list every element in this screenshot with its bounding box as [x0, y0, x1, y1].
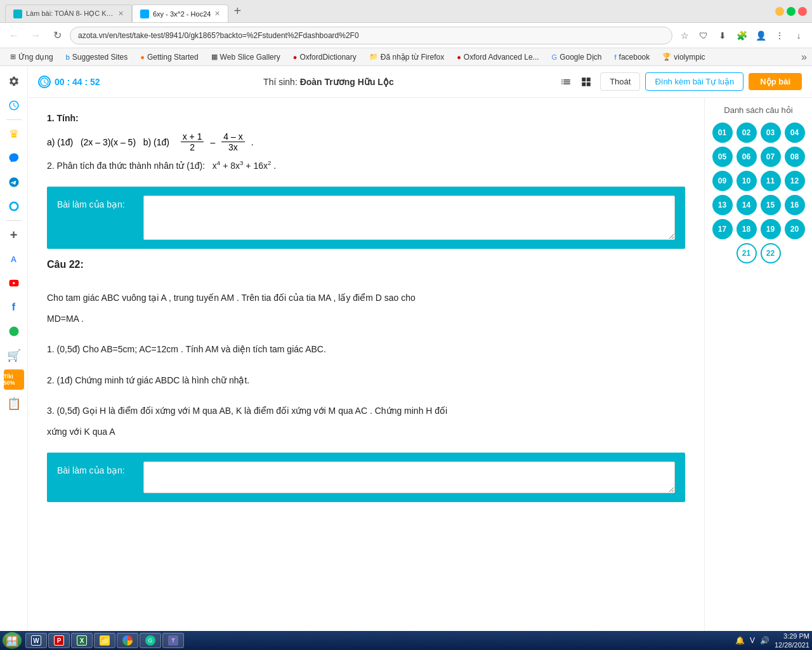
q-num-02[interactable]: 02 — [737, 123, 757, 143]
taskbar-app-excel[interactable]: X — [71, 633, 93, 648]
sidebar-coupon-icon[interactable]: Tiki 50% — [4, 369, 24, 390]
sidebar-youtube-icon[interactable] — [4, 273, 24, 293]
tray-notification: 🔔 — [735, 636, 745, 645]
bookmark-firefox[interactable]: 📁 Đã nhập từ Firefox — [364, 51, 449, 63]
nop-bai-button[interactable]: Nộp bài — [749, 73, 802, 90]
bookmark-violympic[interactable]: 🏆 violympic — [657, 51, 710, 63]
q-num-20[interactable]: 20 — [785, 219, 805, 239]
q-num-10[interactable]: 10 — [737, 171, 757, 191]
q-num-04[interactable]: 04 — [785, 123, 805, 143]
taskbar-app-word[interactable]: W — [25, 633, 47, 648]
list-view-button[interactable] — [557, 73, 575, 91]
tab-2[interactable]: 6xy - 3x^2 - Hoc24 ✕ — [132, 4, 228, 22]
refresh-button[interactable]: ↻ — [48, 27, 66, 44]
coccoc-download[interactable]: ↓ — [790, 27, 807, 44]
profile-icon[interactable]: 👤 — [752, 27, 769, 44]
bookmarks-more[interactable]: » — [801, 51, 807, 63]
bookmark-suggested[interactable]: b Suggested Sites — [61, 51, 133, 63]
sidebar-add-icon[interactable]: + — [4, 225, 24, 245]
sidebar-settings-icon[interactable] — [4, 71, 24, 91]
bookmark-suggested-label: Suggested Sites — [72, 53, 128, 62]
q-num-18[interactable]: 18 — [737, 219, 757, 239]
forward-button[interactable]: → — [27, 27, 44, 44]
back-button[interactable]: ← — [5, 27, 23, 44]
extensions-icon[interactable]: 🧩 — [733, 27, 750, 44]
tab2-close[interactable]: ✕ — [214, 10, 220, 18]
bookmark-oxford-adv[interactable]: ● Oxford Advanced Le... — [452, 51, 544, 63]
taskbar-app-grammarly[interactable]: G — [140, 633, 161, 648]
shield-icon[interactable]: 🛡 — [695, 27, 712, 44]
tab-1[interactable]: Làm bài: TOÁN 8- HỌC Kì 1- ✕ — [5, 4, 132, 22]
q-num-03[interactable]: 03 — [761, 123, 781, 143]
sidebar-skype-icon[interactable] — [4, 196, 24, 216]
q-num-11[interactable]: 11 — [761, 171, 781, 191]
fraction-x1: x + 1 2 — [181, 131, 204, 152]
taskbar-app-powerpoint[interactable]: P — [48, 633, 70, 648]
q-num-05[interactable]: 05 — [712, 147, 733, 167]
answer-label-1: Bài làm của bạn: — [57, 196, 133, 209]
facebook-icon: f — [615, 53, 617, 61]
close-button[interactable] — [798, 7, 807, 16]
sidebar-shop-icon[interactable]: 🛒 — [4, 345, 24, 366]
taskbar-app-teams[interactable]: T — [162, 633, 184, 648]
q-num-08[interactable]: 08 — [785, 147, 805, 167]
address-bar[interactable]: azota.vn/en/test/take-test/8941/0/gk1865… — [70, 27, 672, 44]
q-num-15[interactable]: 15 — [761, 195, 781, 215]
tab1-close[interactable]: ✕ — [118, 10, 124, 18]
q-num-22[interactable]: 22 — [761, 243, 781, 263]
maximize-button[interactable] — [787, 7, 796, 16]
cau22-line4: 2. (1đ) Chứng minh tứ giác ABDC là hình … — [47, 373, 685, 388]
dinh-kem-button[interactable]: Đính kèm bài Tự luận — [645, 72, 743, 91]
bookmark-apps[interactable]: ⊞ Ứng dụng — [5, 51, 58, 63]
panel-title: Danh sách câu hỏi — [710, 105, 807, 115]
answer-textarea-1[interactable] — [143, 196, 675, 240]
q-num-07[interactable]: 07 — [761, 147, 781, 167]
q-num-21[interactable]: 21 — [737, 243, 757, 263]
q-num-17[interactable]: 17 — [712, 219, 733, 239]
bookmark-violympic-label: violympic — [674, 53, 705, 62]
bookmark-star[interactable]: ☆ — [676, 27, 693, 44]
getting-started-icon: ● — [140, 53, 145, 61]
more-options[interactable]: ⋮ — [771, 27, 788, 44]
q-num-14[interactable]: 14 — [737, 195, 757, 215]
q-num-06[interactable]: 06 — [737, 147, 757, 167]
q1-part-b: 2. Phân tích đa thức thành nhân tử (1đ):… — [47, 157, 685, 174]
sidebar-translate-icon[interactable]: A — [4, 249, 24, 269]
q-num-12[interactable]: 12 — [785, 171, 805, 191]
bookmark-facebook[interactable]: f facebook — [610, 51, 655, 63]
clock-time: 3:29 PM — [775, 632, 809, 640]
bookmark-getting-started[interactable]: ● Getting Started — [135, 51, 203, 63]
bookmark-oxford[interactable]: ● OxfordDictionary — [288, 51, 362, 63]
taskbar-app-folder[interactable]: 📁 — [94, 633, 115, 648]
google-dich-icon: G — [552, 53, 558, 61]
bookmark-web-slice[interactable]: ▦ Web Slice Gallery — [206, 51, 285, 63]
bookmark-google-dich-label: Google Dịch — [560, 53, 601, 62]
sidebar-telegram-icon[interactable] — [4, 172, 24, 192]
sidebar-checklist-icon[interactable]: 📋 — [4, 394, 24, 414]
q-num-19[interactable]: 19 — [761, 219, 781, 239]
grid-view-button[interactable] — [577, 73, 595, 91]
answer-textarea-2[interactable] — [143, 461, 675, 493]
bookmark-web-slice-label: Web Slice Gallery — [220, 53, 280, 62]
start-button[interactable]: 🪟 — [3, 632, 22, 649]
sidebar-facebook-messenger-icon[interactable] — [4, 148, 24, 168]
q-num-13[interactable]: 13 — [712, 195, 733, 215]
minimize-button[interactable] — [775, 7, 784, 16]
new-tab-button[interactable]: + — [228, 4, 246, 18]
q-num-16[interactable]: 16 — [785, 195, 805, 215]
q-num-09[interactable]: 09 — [712, 171, 733, 191]
sidebar-spotify-icon[interactable] — [4, 321, 24, 342]
main-layout: ♛ + A f 🛒 Tiki 50% 📋 — [0, 66, 812, 631]
bookmark-google-dich[interactable]: G Google Dịch — [547, 51, 607, 63]
sidebar-crown-icon[interactable]: ♛ — [4, 124, 24, 144]
q-num-01[interactable]: 01 — [712, 123, 733, 143]
sidebar-timer-icon[interactable] — [4, 95, 24, 116]
taskbar-app-chrome[interactable] — [117, 633, 138, 648]
app-header: 00 : 44 : 52 Thí sinh: Đoàn Trương Hữu L… — [28, 66, 812, 98]
q1-part-a: a) (1đ) (2x – 3)(x – 5) b) (1đ) x + 1 2 … — [47, 131, 685, 152]
thoat-button[interactable]: Thoát — [600, 72, 640, 91]
download-icon[interactable]: ⬇ — [714, 27, 731, 44]
student-name: Đoàn Trương Hữu Lộc — [300, 77, 394, 87]
bookmark-oxford-label: OxfordDictionary — [299, 53, 356, 62]
sidebar-facebook-icon[interactable]: f — [4, 297, 24, 317]
